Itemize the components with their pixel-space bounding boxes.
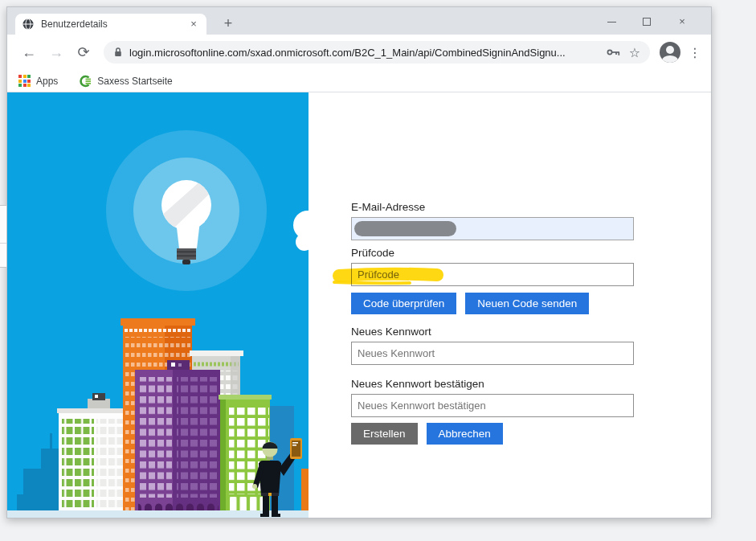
url-text[interactable]: login.microsoftonline.com/sxad.onmicroso… [129, 47, 599, 59]
bookmarks-bar: Apps Saxess Startseite [7, 70, 711, 92]
lock-icon [113, 47, 123, 58]
browser-menu-icon[interactable]: ⋮ [687, 45, 703, 60]
bookmark-label: Apps [36, 76, 58, 87]
verification-code-label: Prüfcode [351, 247, 634, 259]
bookmark-apps[interactable]: Apps [18, 75, 58, 87]
lightbulb-city-illustration [7, 92, 309, 518]
email-label: E-Mail-Adresse [351, 201, 634, 213]
saved-password-key-icon[interactable] [607, 47, 621, 57]
maximize-icon [643, 18, 651, 26]
bookmark-star-icon[interactable]: ☆ [629, 45, 640, 60]
forward-icon[interactable]: → [46, 44, 67, 61]
resend-code-button[interactable]: Neuen Code senden [465, 293, 589, 314]
b2c-signup-form: E-Mail-Adresse Prüfcode Code überprüfen … [351, 201, 634, 445]
globe-favicon-icon [22, 18, 35, 31]
window-controls: × [594, 9, 700, 33]
maximize-button[interactable] [629, 15, 664, 27]
tab-close-icon[interactable]: × [187, 18, 200, 31]
reload-icon[interactable]: ⟳ [73, 43, 94, 61]
avatar-head-icon [666, 46, 674, 54]
tab-benutzerdetails[interactable]: Benutzerdetails × [15, 14, 206, 35]
verification-code-field[interactable] [351, 263, 634, 286]
address-bar[interactable]: login.microsoftonline.com/sxad.onmicroso… [104, 41, 650, 64]
profile-avatar[interactable] [660, 42, 680, 63]
tab-title: Benutzerdetails [41, 18, 187, 30]
tab-strip: Benutzerdetails × + × [7, 7, 711, 35]
confirm-password-field[interactable] [351, 394, 634, 417]
saxess-gear-icon [79, 75, 92, 88]
bookmark-label: Saxess Startseite [97, 76, 172, 87]
confirm-password-label: Neues Kennwort bestätigen [351, 378, 634, 390]
browser-toolbar: ← → ⟳ login.microsoftonline.com/sxad.onm… [7, 35, 711, 70]
page-content: E-Mail-Adresse Prüfcode Code überprüfen … [7, 92, 711, 518]
apps-grid-icon [18, 75, 31, 87]
cancel-button[interactable]: Abbrechen [427, 423, 503, 445]
verify-code-button[interactable]: Code überprüfen [351, 293, 456, 314]
create-button[interactable]: Erstellen [351, 423, 418, 445]
minimize-icon [607, 22, 616, 23]
new-password-field[interactable] [351, 342, 634, 365]
new-password-label: Neues Kennwort [351, 326, 634, 338]
new-tab-button[interactable]: + [218, 14, 239, 34]
form-area: E-Mail-Adresse Prüfcode Code überprüfen … [309, 92, 711, 518]
minimize-button[interactable] [594, 15, 629, 27]
close-button[interactable]: × [664, 15, 700, 27]
background-window-sliver [0, 205, 7, 268]
bookmark-saxess-startseite[interactable]: Saxess Startseite [79, 75, 172, 88]
avatar-body-icon [662, 55, 678, 63]
back-icon[interactable]: ← [18, 44, 39, 61]
redaction-blob [354, 221, 456, 236]
browser-window: Benutzerdetails × + × ← → ⟳ login.micros… [6, 6, 712, 518]
